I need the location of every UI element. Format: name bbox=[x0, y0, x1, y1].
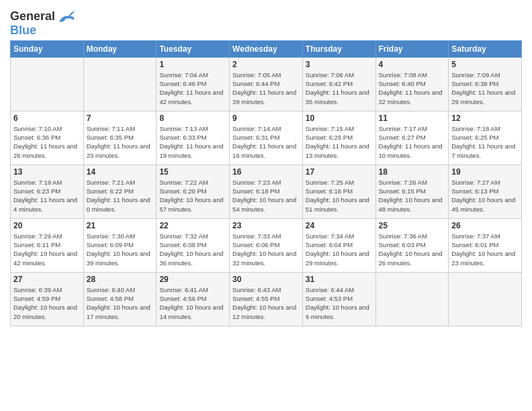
page-header: General Blue bbox=[10, 7, 522, 38]
calendar-cell: 9Sunrise: 7:14 AM Sunset: 6:31 PM Daylig… bbox=[230, 111, 303, 165]
day-info: Sunrise: 6:44 AM Sunset: 4:53 PM Dayligh… bbox=[306, 285, 373, 321]
day-of-week-header: Monday bbox=[83, 40, 157, 57]
calendar-cell: 25Sunrise: 7:36 AM Sunset: 6:03 PM Dayli… bbox=[375, 218, 449, 272]
day-number: 14 bbox=[87, 167, 154, 177]
day-number: 19 bbox=[451, 167, 519, 177]
day-number: 15 bbox=[159, 167, 226, 177]
calendar-cell: 18Sunrise: 7:26 AM Sunset: 6:15 PM Dayli… bbox=[375, 165, 449, 218]
calendar-table: SundayMondayTuesdayWednesdayThursdayFrid… bbox=[10, 40, 522, 326]
calendar-cell: 5Sunrise: 7:09 AM Sunset: 6:38 PM Daylig… bbox=[449, 57, 522, 111]
calendar-cell: 8Sunrise: 7:13 AM Sunset: 6:33 PM Daylig… bbox=[157, 111, 230, 165]
day-info: Sunrise: 7:14 AM Sunset: 6:31 PM Dayligh… bbox=[232, 124, 300, 160]
day-number: 25 bbox=[379, 221, 446, 230]
calendar-cell bbox=[83, 57, 157, 111]
day-number: 1 bbox=[159, 60, 226, 69]
day-number: 12 bbox=[451, 113, 519, 123]
day-of-week-header: Friday bbox=[375, 40, 449, 57]
day-number: 2 bbox=[232, 60, 300, 69]
day-number: 31 bbox=[306, 275, 373, 284]
calendar-cell: 16Sunrise: 7:23 AM Sunset: 6:18 PM Dayli… bbox=[230, 165, 303, 218]
day-info: Sunrise: 7:26 AM Sunset: 6:15 PM Dayligh… bbox=[379, 178, 446, 214]
day-info: Sunrise: 7:13 AM Sunset: 6:33 PM Dayligh… bbox=[159, 124, 226, 160]
day-info: Sunrise: 7:17 AM Sunset: 6:27 PM Dayligh… bbox=[379, 124, 446, 160]
day-info: Sunrise: 7:25 AM Sunset: 6:16 PM Dayligh… bbox=[306, 178, 373, 214]
calendar-week-row: 13Sunrise: 7:19 AM Sunset: 6:23 PM Dayli… bbox=[11, 165, 522, 218]
calendar-week-row: 6Sunrise: 7:10 AM Sunset: 6:36 PM Daylig… bbox=[11, 111, 522, 165]
day-info: Sunrise: 7:34 AM Sunset: 6:04 PM Dayligh… bbox=[306, 232, 373, 267]
day-number: 9 bbox=[232, 113, 300, 123]
calendar-header-row: SundayMondayTuesdayWednesdayThursdayFrid… bbox=[11, 40, 522, 57]
day-info: Sunrise: 7:05 AM Sunset: 6:44 PM Dayligh… bbox=[232, 71, 300, 106]
day-of-week-header: Saturday bbox=[449, 40, 522, 57]
day-info: Sunrise: 7:06 AM Sunset: 6:42 PM Dayligh… bbox=[306, 71, 373, 106]
day-info: Sunrise: 7:19 AM Sunset: 6:23 PM Dayligh… bbox=[13, 178, 81, 214]
day-number: 16 bbox=[232, 167, 300, 177]
calendar-cell: 13Sunrise: 7:19 AM Sunset: 6:23 PM Dayli… bbox=[11, 165, 84, 218]
calendar-cell: 19Sunrise: 7:27 AM Sunset: 6:13 PM Dayli… bbox=[449, 165, 522, 218]
day-number: 24 bbox=[306, 221, 373, 230]
calendar-cell: 15Sunrise: 7:22 AM Sunset: 6:20 PM Dayli… bbox=[157, 165, 230, 218]
calendar-cell: 26Sunrise: 7:37 AM Sunset: 6:01 PM Dayli… bbox=[449, 218, 522, 272]
calendar-week-row: 20Sunrise: 7:29 AM Sunset: 6:11 PM Dayli… bbox=[11, 218, 522, 272]
calendar-week-row: 1Sunrise: 7:04 AM Sunset: 6:46 PM Daylig… bbox=[11, 57, 522, 111]
day-info: Sunrise: 6:39 AM Sunset: 4:59 PM Dayligh… bbox=[13, 285, 81, 321]
day-info: Sunrise: 6:40 AM Sunset: 4:58 PM Dayligh… bbox=[87, 285, 154, 321]
day-info: Sunrise: 7:15 AM Sunset: 6:29 PM Dayligh… bbox=[306, 124, 373, 160]
day-info: Sunrise: 7:10 AM Sunset: 6:36 PM Dayligh… bbox=[13, 124, 81, 160]
day-number: 4 bbox=[379, 60, 446, 69]
calendar-cell bbox=[375, 272, 449, 326]
logo: General Blue bbox=[10, 9, 75, 38]
day-info: Sunrise: 7:30 AM Sunset: 6:09 PM Dayligh… bbox=[87, 232, 154, 267]
day-info: Sunrise: 7:21 AM Sunset: 6:22 PM Dayligh… bbox=[87, 178, 154, 214]
day-info: Sunrise: 7:09 AM Sunset: 6:38 PM Dayligh… bbox=[451, 71, 519, 106]
calendar-cell bbox=[11, 57, 84, 111]
day-info: Sunrise: 7:22 AM Sunset: 6:20 PM Dayligh… bbox=[159, 178, 226, 214]
day-number: 17 bbox=[306, 167, 373, 177]
calendar-cell: 14Sunrise: 7:21 AM Sunset: 6:22 PM Dayli… bbox=[83, 165, 157, 218]
day-number: 22 bbox=[159, 221, 226, 230]
calendar-cell: 4Sunrise: 7:08 AM Sunset: 6:40 PM Daylig… bbox=[375, 57, 449, 111]
calendar-cell: 20Sunrise: 7:29 AM Sunset: 6:11 PM Dayli… bbox=[11, 218, 84, 272]
day-info: Sunrise: 7:27 AM Sunset: 6:13 PM Dayligh… bbox=[451, 178, 519, 214]
calendar-cell: 30Sunrise: 6:43 AM Sunset: 4:55 PM Dayli… bbox=[230, 272, 303, 326]
calendar-cell: 7Sunrise: 7:11 AM Sunset: 6:35 PM Daylig… bbox=[83, 111, 157, 165]
day-number: 21 bbox=[87, 221, 154, 230]
day-number: 11 bbox=[379, 113, 446, 123]
calendar-cell: 11Sunrise: 7:17 AM Sunset: 6:27 PM Dayli… bbox=[375, 111, 449, 165]
day-number: 10 bbox=[306, 113, 373, 123]
calendar-cell: 27Sunrise: 6:39 AM Sunset: 4:59 PM Dayli… bbox=[11, 272, 84, 326]
calendar-cell: 10Sunrise: 7:15 AM Sunset: 6:29 PM Dayli… bbox=[302, 111, 375, 165]
day-of-week-header: Sunday bbox=[11, 40, 84, 57]
day-number: 8 bbox=[159, 113, 226, 123]
day-info: Sunrise: 6:43 AM Sunset: 4:55 PM Dayligh… bbox=[232, 285, 300, 321]
day-info: Sunrise: 7:08 AM Sunset: 6:40 PM Dayligh… bbox=[379, 71, 446, 106]
day-info: Sunrise: 7:18 AM Sunset: 6:25 PM Dayligh… bbox=[451, 124, 519, 160]
calendar-cell: 6Sunrise: 7:10 AM Sunset: 6:36 PM Daylig… bbox=[11, 111, 84, 165]
logo-text-general: General bbox=[10, 10, 55, 24]
calendar-cell bbox=[449, 272, 522, 326]
day-number: 6 bbox=[13, 113, 81, 123]
calendar-cell: 3Sunrise: 7:06 AM Sunset: 6:42 PM Daylig… bbox=[302, 57, 375, 111]
day-info: Sunrise: 7:23 AM Sunset: 6:18 PM Dayligh… bbox=[232, 178, 300, 214]
day-info: Sunrise: 7:36 AM Sunset: 6:03 PM Dayligh… bbox=[379, 232, 446, 267]
day-info: Sunrise: 7:11 AM Sunset: 6:35 PM Dayligh… bbox=[87, 124, 154, 160]
calendar-cell: 17Sunrise: 7:25 AM Sunset: 6:16 PM Dayli… bbox=[302, 165, 375, 218]
day-info: Sunrise: 7:33 AM Sunset: 6:06 PM Dayligh… bbox=[232, 232, 300, 267]
day-number: 7 bbox=[87, 113, 154, 123]
day-number: 3 bbox=[306, 60, 373, 69]
day-number: 5 bbox=[451, 60, 519, 69]
day-of-week-header: Wednesday bbox=[230, 40, 303, 57]
day-info: Sunrise: 7:29 AM Sunset: 6:11 PM Dayligh… bbox=[13, 232, 81, 267]
day-info: Sunrise: 7:32 AM Sunset: 6:08 PM Dayligh… bbox=[159, 232, 226, 267]
day-info: Sunrise: 7:04 AM Sunset: 6:46 PM Dayligh… bbox=[159, 71, 226, 106]
day-info: Sunrise: 6:41 AM Sunset: 4:56 PM Dayligh… bbox=[159, 285, 226, 321]
calendar-cell: 24Sunrise: 7:34 AM Sunset: 6:04 PM Dayli… bbox=[302, 218, 375, 272]
calendar-cell: 1Sunrise: 7:04 AM Sunset: 6:46 PM Daylig… bbox=[157, 57, 230, 111]
day-info: Sunrise: 7:37 AM Sunset: 6:01 PM Dayligh… bbox=[451, 232, 519, 267]
day-number: 13 bbox=[13, 167, 81, 177]
calendar-cell: 2Sunrise: 7:05 AM Sunset: 6:44 PM Daylig… bbox=[230, 57, 303, 111]
day-number: 23 bbox=[232, 221, 300, 230]
logo-bird-icon bbox=[56, 9, 75, 24]
day-of-week-header: Thursday bbox=[302, 40, 375, 57]
calendar-cell: 23Sunrise: 7:33 AM Sunset: 6:06 PM Dayli… bbox=[230, 218, 303, 272]
